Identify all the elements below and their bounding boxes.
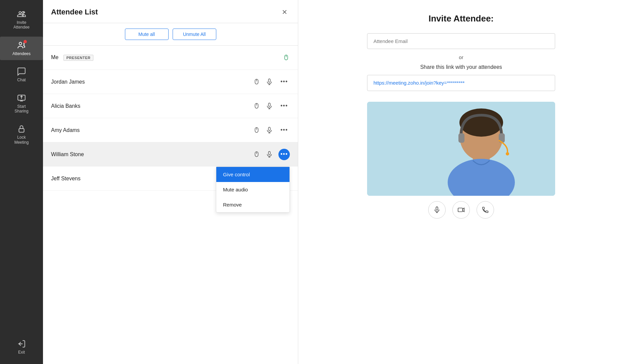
- attendee-icons-me: [282, 54, 290, 61]
- presenter-badge: PRESENTER: [63, 55, 94, 61]
- share-text: Share this link with your attendees: [420, 64, 502, 70]
- mouse-icon-me[interactable]: [282, 54, 290, 61]
- attendee-name-amy: Amy Adams: [51, 127, 253, 133]
- microphone-icon: [433, 206, 441, 214]
- close-button[interactable]: ✕: [279, 7, 290, 17]
- sidebar: Invite Attendee Attendees Chat Start Sha…: [0, 0, 43, 364]
- mouse-icon-amy[interactable]: [253, 127, 260, 134]
- more-options-amy[interactable]: •••: [278, 125, 290, 136]
- call-end-icon: [482, 206, 489, 214]
- people-icon: [17, 41, 26, 50]
- mute-buttons-row: Mute all Unmute All: [43, 23, 298, 46]
- svg-rect-22: [436, 207, 438, 210]
- sidebar-label-exit: Exit: [18, 350, 25, 355]
- video-container: [367, 102, 555, 196]
- more-options-william[interactable]: •••: [278, 149, 290, 160]
- call-end-button[interactable]: [477, 201, 494, 219]
- mouse-icon-william[interactable]: [253, 151, 260, 158]
- share-screen-icon: [17, 93, 26, 103]
- more-options-jordan[interactable]: •••: [278, 76, 290, 88]
- sidebar-label-chat: Chat: [17, 78, 26, 82]
- attendee-name-william: William Stone: [51, 151, 253, 157]
- mute-all-button[interactable]: Mute all: [125, 29, 169, 40]
- attendee-name-jordan: Jordan James: [51, 79, 253, 85]
- mic-icon-william[interactable]: [266, 151, 273, 158]
- mouse-icon-alicia[interactable]: [253, 102, 260, 110]
- sidebar-label-invite: Invite Attendee: [13, 20, 30, 30]
- sidebar-item-attendees[interactable]: Attendees: [0, 37, 43, 60]
- attendee-icons-amy: •••: [253, 125, 290, 136]
- panel-title: Attendee List: [51, 8, 98, 16]
- svg-rect-19: [458, 133, 464, 143]
- attendee-icons-william: •••: [253, 149, 290, 160]
- mic-icon-alicia[interactable]: [266, 102, 273, 110]
- attendee-list: Me PRESENTER Jordan James: [43, 46, 298, 364]
- sidebar-item-invite-attendee[interactable]: Invite Attendee: [0, 5, 43, 34]
- attendee-row-alicia: Alicia Banks •••: [43, 94, 298, 118]
- attendee-row-william: William Stone ••• Give control Mute audi…: [43, 142, 298, 167]
- dropdown-mute-audio[interactable]: Mute audio: [216, 182, 289, 197]
- right-panel: Invite Attendee: or Share this link with…: [298, 0, 624, 364]
- sidebar-item-lock-meeting[interactable]: Lock Meeting: [0, 120, 43, 149]
- svg-rect-7: [268, 103, 270, 106]
- svg-rect-9: [268, 127, 270, 130]
- mic-icon-amy[interactable]: [266, 127, 273, 134]
- sidebar-label-lock: Lock Meeting: [14, 135, 29, 145]
- video-controls: [367, 201, 555, 219]
- attendee-list-panel: Attendee List ✕ Mute all Unmute All Me P…: [43, 0, 298, 364]
- video-placeholder: [367, 102, 555, 196]
- attendee-name-alicia: Alicia Banks: [51, 103, 253, 109]
- panel-header: Attendee List ✕: [43, 0, 298, 23]
- svg-rect-23: [458, 208, 463, 212]
- attendee-row-jordan: Jordan James •••: [43, 70, 298, 94]
- person-add-icon: [17, 9, 26, 19]
- camera-icon: [457, 206, 465, 214]
- chat-icon: [17, 67, 26, 76]
- or-divider: or: [459, 54, 463, 60]
- attendee-name-me: Me PRESENTER: [51, 54, 282, 61]
- invite-link[interactable]: https://meeting.zoho.in/join?key=*******…: [373, 80, 464, 86]
- more-options-alicia[interactable]: •••: [278, 100, 290, 112]
- attendee-icons-alicia: •••: [253, 100, 290, 112]
- camera-button[interactable]: [452, 201, 470, 219]
- attendee-row-me: Me PRESENTER: [43, 46, 298, 70]
- sidebar-label-sharing: Start Sharing: [14, 104, 28, 114]
- mic-icon-jordan[interactable]: [266, 78, 273, 86]
- microphone-button[interactable]: [428, 201, 446, 219]
- sidebar-item-exit[interactable]: Exit: [0, 335, 43, 359]
- notification-badge: [24, 40, 27, 43]
- sidebar-label-attendees: Attendees: [12, 51, 31, 56]
- lock-icon: [17, 124, 26, 134]
- email-input[interactable]: [367, 33, 555, 49]
- sidebar-item-chat[interactable]: Chat: [0, 63, 43, 86]
- exit-icon: [17, 339, 26, 349]
- attendee-row-amy: Amy Adams •••: [43, 118, 298, 142]
- invite-title: Invite Attendee:: [429, 13, 494, 24]
- unmute-all-button[interactable]: Unmute All: [173, 29, 216, 40]
- william-dropdown-menu: Give control Mute audio Remove: [216, 167, 290, 213]
- main-panel: Attendee List ✕ Mute all Unmute All Me P…: [43, 0, 624, 364]
- svg-rect-11: [268, 151, 270, 154]
- svg-point-0: [19, 42, 22, 45]
- svg-rect-5: [268, 79, 270, 82]
- video-area: [367, 102, 555, 219]
- invite-link-box: https://meeting.zoho.in/join?key=*******…: [367, 75, 555, 91]
- sidebar-item-start-sharing[interactable]: Start Sharing: [0, 89, 43, 118]
- attendee-icons-jordan: •••: [253, 76, 290, 88]
- dropdown-give-control[interactable]: Give control: [216, 167, 289, 182]
- svg-point-21: [506, 152, 509, 155]
- dropdown-remove[interactable]: Remove: [216, 197, 289, 212]
- svg-rect-2: [19, 129, 24, 132]
- mouse-icon-jordan[interactable]: [253, 78, 260, 86]
